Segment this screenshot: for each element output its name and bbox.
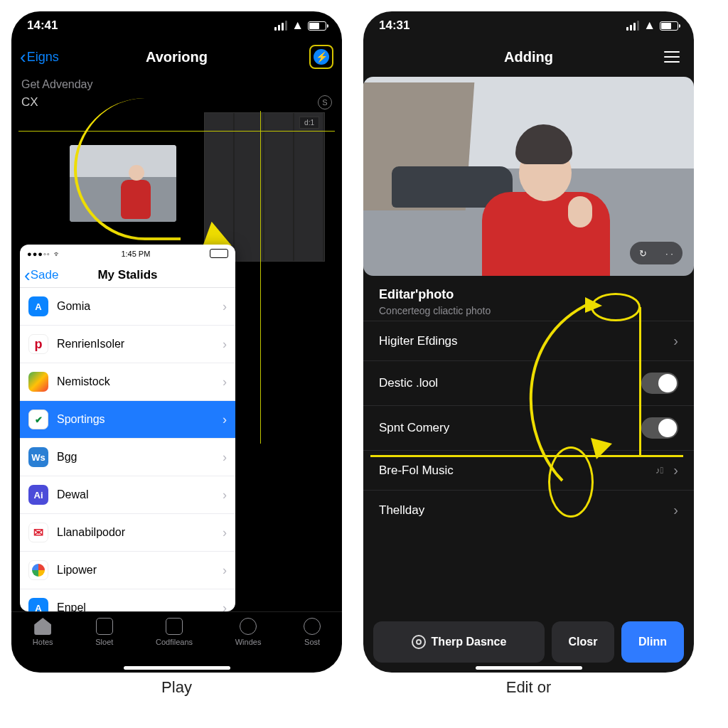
- clock-icon: [240, 618, 257, 635]
- app-label: Sportings: [57, 413, 105, 426]
- app-row-nemistock[interactable]: Nemistock ›: [20, 363, 235, 401]
- sheet-battery-icon: [210, 249, 228, 258]
- chevron-right-icon: ›: [673, 462, 678, 478]
- more-icon[interactable]: · ·: [665, 248, 673, 259]
- bottom-bar: Therp Dasnce Closr Dlinn: [373, 621, 684, 663]
- app-label: Llanabilpodor: [57, 526, 125, 539]
- photo-actions-pill[interactable]: ↻ · ·: [630, 242, 682, 264]
- tab-label: Sloet: [95, 638, 113, 646]
- sheet-time: 1:45 PM: [121, 250, 150, 258]
- option-thellday[interactable]: Thellday›: [363, 490, 694, 530]
- close-label: Closr: [569, 636, 598, 648]
- close-button[interactable]: Closr: [552, 621, 614, 663]
- app-row-gomia[interactable]: A Gomia ›: [20, 288, 235, 326]
- rotate-icon[interactable]: ↻: [639, 248, 647, 259]
- photo-preview[interactable]: ↻ · ·: [363, 77, 694, 276]
- app-icon: Ai: [28, 485, 48, 505]
- tab-sloet[interactable]: Sloet: [95, 618, 113, 663]
- phone-left: 14:41 ▲ ‹ Eigns Avoriong ⚡ Get Advenday …: [11, 11, 342, 673]
- option-spnt-comery[interactable]: Spnt Comery: [363, 405, 694, 450]
- sheet-status: ●●●◦◦ ᯤ 1:45 PM: [20, 245, 235, 262]
- tab-windes[interactable]: Windes: [235, 618, 262, 663]
- caption-right: Edit or: [363, 678, 694, 697]
- nav-bar: Adding: [363, 40, 694, 74]
- tab-sost[interactable]: Sost: [304, 618, 321, 663]
- chevron-right-icon: ›: [223, 299, 227, 314]
- done-label: Dlinn: [638, 636, 667, 648]
- app-row-dewal[interactable]: Ai Dewal ›: [20, 476, 235, 514]
- home-indicator[interactable]: [124, 666, 230, 670]
- tab-bar: Hotes Sloet Codfileans Windes Sost: [11, 611, 342, 663]
- back-label: Eigns: [27, 50, 59, 65]
- phone-right: 14:31 ▲ Adding ↻ · · Editar'photo Concer…: [363, 11, 694, 673]
- clip-thumbnail[interactable]: [70, 145, 176, 222]
- cx-label: CX: [21, 95, 38, 109]
- chevron-left-icon: ‹: [20, 48, 26, 66]
- briefcase-icon: [166, 618, 183, 635]
- chevron-right-icon: ›: [223, 601, 227, 612]
- app-icon: ✔: [28, 410, 48, 429]
- battery-icon: [660, 21, 678, 31]
- section-title: Editar'photo: [379, 287, 678, 302]
- option-destic-lool[interactable]: Destic .lool: [363, 360, 694, 405]
- option-label: Thellday: [379, 503, 424, 518]
- app-row-bgg[interactable]: Ws Bgg ›: [20, 439, 235, 476]
- sheet-signal-icon: ●●●◦◦ ᯤ: [27, 250, 62, 258]
- more-icon: [304, 618, 321, 635]
- chevron-right-icon: ›: [223, 412, 227, 427]
- home-indicator[interactable]: [476, 666, 582, 670]
- info-icon[interactable]: S: [318, 95, 332, 109]
- timeline-area[interactable]: d:1: [18, 117, 335, 259]
- chevron-right-icon: ›: [223, 525, 227, 540]
- app-row-llanabilpodor[interactable]: ✉ Llanabilpodor ›: [20, 514, 235, 552]
- app-label: Dewal: [57, 488, 88, 501]
- music-icon: ♪⃞: [655, 465, 663, 476]
- app-icon: A: [28, 296, 48, 316]
- bolt-icon: ⚡: [314, 49, 329, 65]
- sheet-back-button[interactable]: ‹ Sade: [20, 266, 58, 284]
- bolt-button[interactable]: ⚡: [309, 45, 333, 69]
- annotation-vline: [260, 111, 261, 444]
- wifi-icon: ▲: [643, 18, 655, 33]
- back-button[interactable]: ‹ Eigns: [20, 48, 59, 66]
- settings-label: Therp Dasnce: [432, 636, 507, 648]
- status-bar: 14:41 ▲: [11, 11, 342, 40]
- app-picker-sheet: ●●●◦◦ ᯤ 1:45 PM ‹ Sade My Stalids A Gomi…: [20, 245, 235, 611]
- app-icon: ✉: [28, 523, 48, 542]
- app-row-sportings[interactable]: ✔ Sportings ›: [20, 401, 235, 439]
- chevron-right-icon: ›: [223, 450, 227, 465]
- chevron-right-icon: ›: [673, 502, 678, 518]
- timeline-tag: d:1: [299, 117, 319, 129]
- app-label: Nemistock: [57, 375, 110, 388]
- toggle-switch[interactable]: [641, 417, 678, 439]
- toggle-switch[interactable]: [641, 373, 678, 394]
- option-higiter-efdings[interactable]: Higiter Efdings›: [363, 321, 694, 360]
- app-icon: [28, 560, 48, 580]
- option-label: Spnt Comery: [379, 421, 449, 435]
- status-time: 14:31: [379, 18, 410, 33]
- cell-signal-icon: [274, 21, 287, 31]
- tab-hotes[interactable]: Hotes: [33, 618, 53, 663]
- tab-label: Hotes: [33, 638, 53, 646]
- settings-button[interactable]: Therp Dasnce: [373, 621, 545, 663]
- sub-heading: Get Advenday: [11, 74, 342, 92]
- nav-bar: ‹ Eigns Avoriong ⚡: [11, 40, 342, 74]
- nav-title: Adding: [504, 49, 553, 65]
- app-label: Gomia: [57, 300, 90, 313]
- app-row-enpel[interactable]: A Enpel ›: [20, 589, 235, 611]
- nav-title: Avoriong: [146, 49, 208, 65]
- option-label: Destic .lool: [379, 376, 438, 390]
- menu-button[interactable]: [664, 51, 680, 63]
- tab-codfileans[interactable]: Codfileans: [156, 618, 193, 663]
- wifi-icon: ▲: [291, 18, 304, 33]
- battery-icon: [308, 21, 326, 31]
- app-row-renrienisoler[interactable]: p RenrienIsoler ›: [20, 326, 235, 363]
- app-row-lipower[interactable]: Lipower ›: [20, 552, 235, 589]
- tab-label: Codfileans: [156, 638, 193, 646]
- done-button[interactable]: Dlinn: [621, 621, 684, 663]
- chevron-right-icon: ›: [223, 563, 227, 578]
- option-label: Bre-Fol Music: [379, 464, 454, 478]
- option-bre-fol-music[interactable]: Bre-Fol Music♪⃞›: [363, 450, 694, 490]
- section-subtitle: Concerteog cliactic photo: [379, 305, 678, 316]
- sheet-back-label: Sade: [31, 268, 59, 282]
